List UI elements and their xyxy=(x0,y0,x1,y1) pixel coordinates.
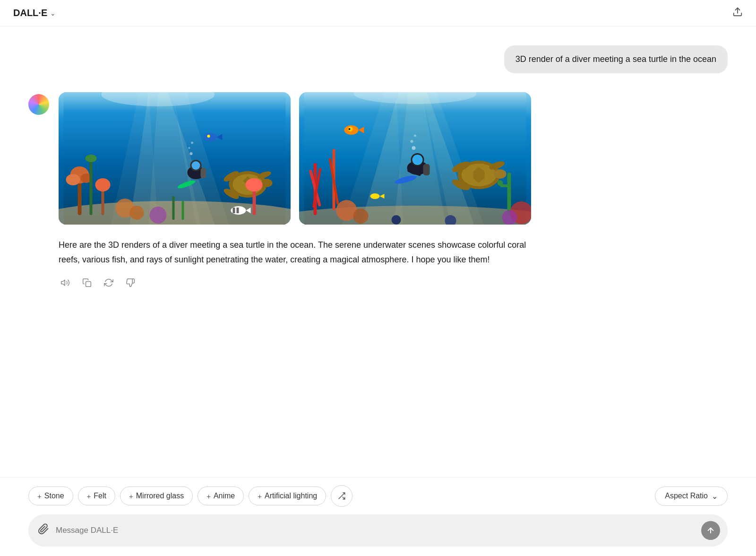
app-title-button[interactable]: DALL·E ⌄ xyxy=(13,8,56,18)
svg-point-42 xyxy=(150,207,167,224)
svg-point-85 xyxy=(414,135,416,137)
user-message-container: 3D render of a diver meeting a sea turtl… xyxy=(0,45,756,73)
svg-rect-74 xyxy=(507,173,511,215)
upload-button[interactable] xyxy=(732,7,743,19)
svg-point-63 xyxy=(412,155,423,165)
svg-point-84 xyxy=(411,140,413,143)
svg-point-13 xyxy=(86,155,97,162)
assistant-response-text: Here are the 3D renders of a diver meeti… xyxy=(59,238,531,267)
shuffle-button[interactable] xyxy=(331,485,352,507)
svg-point-70 xyxy=(494,169,507,179)
svg-rect-38 xyxy=(237,208,239,213)
message-input-area xyxy=(28,514,728,547)
aspect-ratio-label: Aspect Ratio xyxy=(665,492,708,500)
chip-stone[interactable]: + Stone xyxy=(28,486,73,505)
speaker-icon[interactable] xyxy=(59,276,72,292)
svg-point-33 xyxy=(190,152,193,155)
send-button[interactable] xyxy=(701,521,720,540)
assistant-content: Here are the 3D renders of a diver meeti… xyxy=(59,92,531,292)
chip-anime[interactable]: + Anime xyxy=(198,486,244,505)
svg-point-32 xyxy=(246,178,263,191)
avatar xyxy=(28,94,49,115)
chip-artificial-lighting[interactable]: + Artificial lighting xyxy=(249,486,326,505)
svg-point-81 xyxy=(392,215,401,225)
plus-icon: + xyxy=(129,492,133,500)
svg-rect-89 xyxy=(86,282,91,287)
chip-anime-label: Anime xyxy=(214,492,235,500)
chip-mirrored-glass-label: Mirrored glass xyxy=(136,492,184,500)
chip-stone-label: Stone xyxy=(44,492,64,500)
plus-icon: + xyxy=(258,492,262,500)
regenerate-icon[interactable] xyxy=(102,276,115,292)
svg-rect-37 xyxy=(233,208,235,213)
svg-point-76 xyxy=(498,180,503,186)
chip-mirrored-glass[interactable]: + Mirrored glass xyxy=(120,486,193,505)
svg-point-27 xyxy=(261,179,273,187)
chat-area: 3D render of a diver meeting a sea turtl… xyxy=(0,26,756,477)
app-title: DALL·E xyxy=(13,8,47,18)
svg-point-41 xyxy=(130,206,144,220)
action-icons-row xyxy=(59,276,531,292)
svg-point-60 xyxy=(349,128,351,130)
svg-point-78 xyxy=(353,208,369,224)
plus-icon: + xyxy=(37,492,42,500)
svg-point-86 xyxy=(370,193,380,199)
user-bubble: 3D render of a diver meeting a sea turtl… xyxy=(504,45,728,73)
svg-rect-12 xyxy=(90,158,93,215)
chip-felt-label: Felt xyxy=(94,492,106,500)
svg-rect-64 xyxy=(423,164,430,175)
svg-rect-44 xyxy=(182,201,184,220)
aspect-ratio-button[interactable]: Aspect Ratio ⌄ xyxy=(655,486,728,506)
svg-point-15 xyxy=(95,178,111,191)
copy-icon[interactable] xyxy=(80,276,94,292)
svg-point-80 xyxy=(502,210,517,225)
svg-marker-88 xyxy=(61,280,65,286)
plus-icon: + xyxy=(87,492,91,500)
assistant-message-container: Here are the 3D renders of a diver meeti… xyxy=(0,92,756,292)
style-chips-row: + Stone + Felt + Mirrored glass + Anime … xyxy=(28,485,728,507)
chip-felt[interactable]: + Felt xyxy=(78,486,115,505)
plus-icon: + xyxy=(206,492,211,500)
svg-point-16 xyxy=(204,133,217,141)
svg-point-83 xyxy=(412,146,416,150)
generated-image-1[interactable] xyxy=(59,92,291,225)
svg-point-18 xyxy=(207,135,210,138)
svg-point-34 xyxy=(189,147,190,149)
images-row xyxy=(59,92,531,225)
bottom-bar: + Stone + Felt + Mirrored glass + Anime … xyxy=(0,477,756,556)
svg-point-35 xyxy=(191,142,193,144)
generated-image-2[interactable] xyxy=(299,92,531,225)
thumbs-down-icon[interactable] xyxy=(124,276,137,292)
svg-point-21 xyxy=(192,161,200,170)
chip-artificial-lighting-label: Artificial lighting xyxy=(265,492,317,500)
app-header: DALL·E ⌄ xyxy=(0,0,756,26)
title-chevron-icon: ⌄ xyxy=(50,9,56,17)
svg-rect-22 xyxy=(201,168,206,178)
message-input[interactable] xyxy=(56,526,695,535)
attach-button[interactable] xyxy=(38,523,49,538)
aspect-ratio-chevron-icon: ⌄ xyxy=(712,492,718,501)
svg-rect-43 xyxy=(172,196,175,220)
svg-point-10 xyxy=(66,174,80,185)
